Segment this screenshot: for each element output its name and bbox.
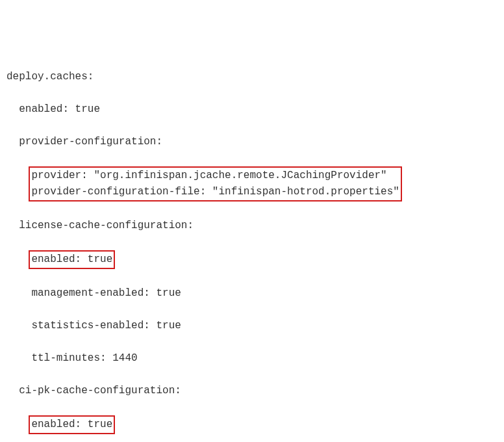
license-key: license-cache-configuration: xyxy=(6,218,498,234)
license-enabled: enabled: true xyxy=(31,254,112,265)
ci-pk-key: ci-pk-cache-configuration: xyxy=(6,383,498,399)
license-enabled-box: enabled: true xyxy=(29,250,115,269)
license-stats: statistics-enabled: true xyxy=(6,318,498,334)
provider-file-line: provider-configuration-file: "infinispan… xyxy=(31,186,399,198)
provider-config-box: provider: "org.infinispan.jcache.remote.… xyxy=(29,166,402,202)
ci-pk-enabled: enabled: true xyxy=(31,419,112,430)
license-ttl: ttl-minutes: 1440 xyxy=(6,350,498,367)
provider-line: provider: "org.infinispan.jcache.remote.… xyxy=(31,170,386,181)
license-mgmt: management-enabled: true xyxy=(6,285,498,302)
root-enabled: enabled: true xyxy=(6,101,498,118)
ci-pk-enabled-box: enabled: true xyxy=(29,415,115,434)
root-key: deploy.caches: xyxy=(6,69,498,85)
provider-config-key: provider-configuration: xyxy=(6,134,498,150)
